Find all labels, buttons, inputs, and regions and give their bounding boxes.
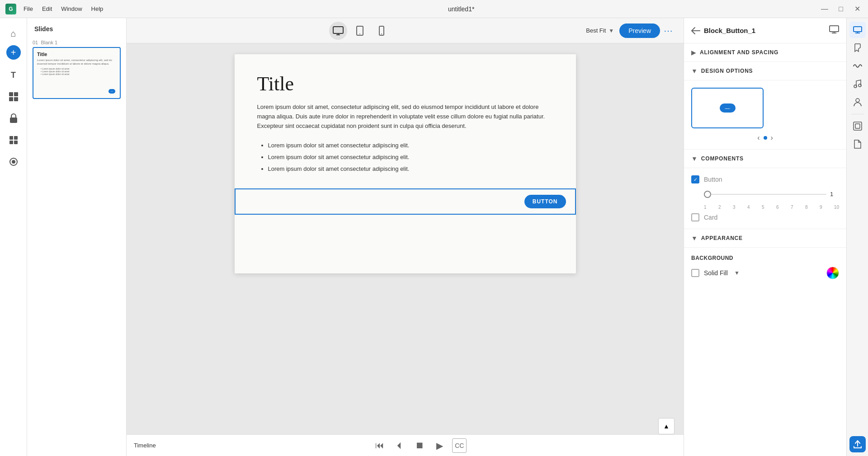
components-section-header[interactable]: ▼ COMPONENTS (684, 150, 846, 168)
menu-file[interactable]: File (24, 5, 33, 12)
design-options-content: — ‹ › (684, 80, 846, 150)
home-button[interactable]: ⌂ (4, 24, 24, 43)
design-chevron: ▼ (691, 67, 698, 75)
strip-frame-button[interactable] (849, 118, 866, 134)
add-button[interactable]: + (6, 45, 21, 60)
svg-point-15 (381, 33, 382, 34)
slide-cta-button[interactable]: BUTTON (524, 195, 566, 208)
timeline-captions[interactable]: CC (452, 438, 467, 453)
card-checkbox[interactable] (691, 213, 699, 221)
desktop-view-button[interactable] (329, 22, 347, 40)
design-options-section-header[interactable]: ▼ DESIGN OPTIONS (684, 62, 846, 80)
color-picker[interactable] (826, 267, 839, 279)
strip-separator (851, 114, 864, 114)
appearance-chevron: ▼ (691, 235, 698, 242)
fit-dropdown-arrow[interactable]: ▼ (609, 28, 614, 34)
slide-body-text: Lorem ipsum dolor sit amet, consectetur … (257, 103, 553, 131)
maximize-button[interactable]: □ (835, 4, 846, 14)
components-section-title: COMPONENTS (701, 155, 744, 162)
mobile-view-button[interactable] (373, 22, 391, 40)
tablet-view-button[interactable] (351, 22, 369, 40)
more-options-button[interactable]: ⋯ (660, 23, 676, 39)
canvas-wrapper: Title Lorem ipsum dolor sit amet, consec… (127, 43, 684, 434)
solid-fill-checkbox[interactable] (691, 269, 699, 277)
title-bar: G File Edit Window Help untitled1* — □ ✕ (0, 0, 868, 18)
timeline-skip-back[interactable]: ⏮ (373, 438, 387, 453)
blocks-button[interactable] (4, 87, 24, 107)
app-logo: G (5, 4, 16, 14)
design-next-button[interactable]: › (771, 134, 773, 142)
components-content: Button 1 12345678910 Card (684, 168, 846, 229)
slide-canvas[interactable]: Title Lorem ipsum dolor sit amet, consec… (235, 54, 576, 273)
svg-rect-1 (14, 92, 18, 96)
svg-point-10 (12, 160, 15, 164)
timeline-stop[interactable]: ⏹ (412, 438, 427, 453)
strip-wave-button[interactable] (849, 58, 866, 74)
menu-help[interactable]: Help (91, 5, 104, 12)
text-tool-button[interactable]: T (4, 65, 24, 85)
slide-list: Lorem ipsum dolor sit amet consectetur a… (257, 140, 553, 175)
puzzle-button[interactable] (4, 130, 24, 150)
lock-button[interactable] (4, 108, 24, 128)
slider-value: 1 (830, 191, 839, 197)
solid-fill-dropdown-arrow[interactable]: ▼ (734, 270, 740, 276)
button-checkbox[interactable] (691, 175, 699, 183)
strip-doc-button[interactable] (849, 136, 866, 152)
components-chevron: ▼ (691, 155, 698, 162)
svg-rect-17 (854, 27, 862, 32)
timeline-play-back[interactable]: ⏴ (392, 438, 407, 453)
appearance-section-header[interactable]: ▼ APPEARANCE (684, 229, 846, 248)
list-item: Lorem ipsum dolor sit amet consectetur a… (268, 140, 553, 151)
strip-export-button[interactable] (849, 436, 866, 452)
button-component-row: Button (691, 175, 839, 183)
fit-control: Best Fit ▼ (586, 27, 614, 34)
svg-rect-5 (9, 136, 13, 140)
slide-button-area[interactable]: BUTTON (235, 188, 576, 215)
alignment-chevron: ▶ (691, 49, 696, 56)
svg-point-13 (359, 33, 360, 34)
strip-person-button[interactable] (849, 94, 866, 110)
right-panel: Block_Button_1 ▶ ALIGNMENT AND SPACING ▼… (684, 18, 846, 456)
design-preview-card[interactable]: — (691, 88, 764, 128)
timeline-play[interactable]: ▶ (432, 438, 447, 453)
panel-title: Block_Button_1 (704, 27, 826, 34)
main-layout: ⌂ + T (0, 18, 868, 456)
close-button[interactable]: ✕ (852, 4, 863, 14)
menu-bar: File Edit Window Help (24, 5, 103, 12)
slider-thumb[interactable] (704, 191, 711, 198)
slide-item[interactable]: 01 Blank 1 Title Lorem ipsum dolor sit a… (27, 36, 126, 103)
panel-back-button[interactable] (691, 27, 700, 34)
strip-music-button[interactable] (849, 76, 866, 92)
panel-header: Block_Button_1 (684, 18, 846, 43)
scroll-up-button[interactable]: ▲ (658, 418, 675, 434)
thumb-body: Lorem ipsum dolor sit amet, consectetur … (37, 59, 116, 66)
svg-rect-0 (9, 92, 13, 96)
design-preview-button[interactable]: — (720, 103, 736, 113)
design-prev-button[interactable]: ‹ (757, 134, 760, 142)
record-button[interactable] (4, 152, 24, 172)
slide-empty-area (235, 215, 576, 273)
preview-button[interactable]: Preview (619, 24, 660, 38)
svg-rect-6 (14, 136, 18, 140)
slider-track[interactable] (704, 194, 826, 195)
slide-thumbnail[interactable]: Title Lorem ipsum dolor sit amet, consec… (33, 47, 121, 99)
thumb-title: Title (37, 52, 116, 57)
strip-screen-button[interactable] (849, 22, 866, 38)
menu-edit[interactable]: Edit (42, 5, 52, 12)
alignment-section-header[interactable]: ▶ ALIGNMENT AND SPACING (684, 43, 846, 62)
strip-pointer-button[interactable] (849, 40, 866, 56)
list-item: Lorem ipsum dolor sit amet consectetur a… (268, 151, 553, 163)
slide-content-area: Title Lorem ipsum dolor sit amet, consec… (235, 54, 576, 188)
minimize-button[interactable]: — (819, 4, 830, 14)
svg-rect-16 (830, 26, 839, 32)
panel-screen-button[interactable] (829, 25, 839, 36)
canvas-content[interactable]: Title Lorem ipsum dolor sit amet, consec… (127, 43, 684, 284)
list-item: Lorem ipsum dolor sit amet consectetur a… (268, 163, 553, 175)
card-component-row: Card (691, 213, 839, 221)
solid-fill-row: Solid Fill ▼ (691, 267, 839, 279)
menu-window[interactable]: Window (61, 5, 82, 12)
slider-row: 1 (691, 191, 839, 197)
slider-numbers: 12345678910 (691, 205, 839, 210)
thumb-list: • Lorem ipsum dolor sit amet • Lorem ips… (41, 67, 116, 75)
appearance-section-title: APPEARANCE (701, 235, 743, 241)
